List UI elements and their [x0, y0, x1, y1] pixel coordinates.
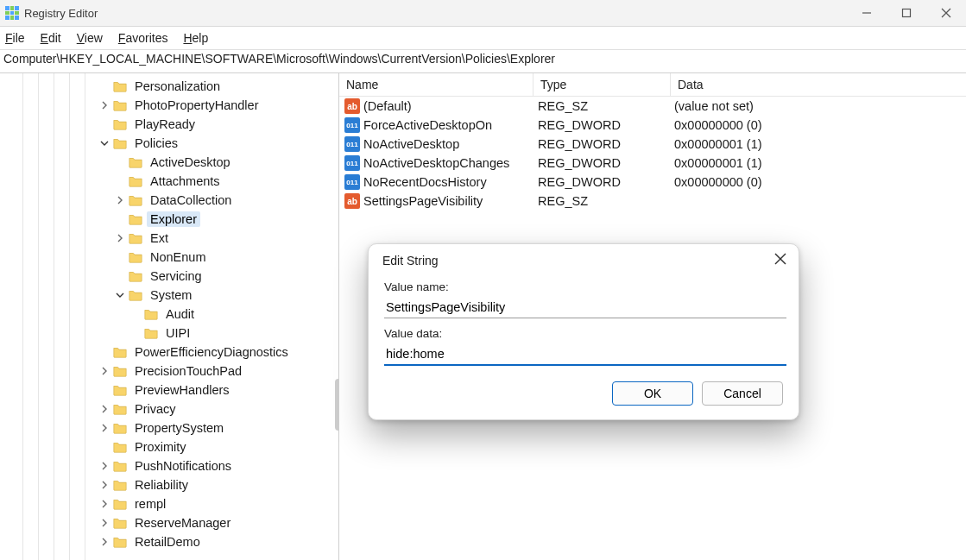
tree-item[interactable]: PlayReady	[0, 115, 338, 134]
tree-item[interactable]: PhotoPropertyHandler	[0, 96, 338, 115]
expander-placeholder	[114, 251, 126, 263]
tree-item-label: Proximity	[131, 439, 190, 455]
expander-placeholder	[114, 175, 126, 187]
folder-icon	[112, 116, 128, 132]
tree-item[interactable]: Explorer	[0, 210, 338, 229]
tree-item[interactable]: PrecisionTouchPad	[0, 362, 338, 381]
reg-dword-icon: 011	[344, 136, 360, 152]
tree-item[interactable]: Privacy	[0, 400, 338, 418]
tree-item-label: PowerEfficiencyDiagnostics	[131, 344, 292, 360]
menu-edit[interactable]: Edit	[41, 31, 61, 45]
value-row[interactable]: 011ForceActiveDesktopOnREG_DWORD0x000000…	[339, 116, 966, 135]
folder-icon	[112, 382, 128, 398]
ok-button[interactable]: OK	[612, 381, 693, 406]
chevron-right-icon[interactable]	[98, 498, 110, 510]
tree-item[interactable]: PreviewHandlers	[0, 381, 338, 400]
expander-placeholder	[98, 118, 110, 130]
maximize-button[interactable]	[887, 0, 926, 26]
value-data-input[interactable]	[384, 343, 786, 366]
value-row[interactable]: ab(Default)REG_SZ(value not set)	[339, 97, 966, 116]
folder-icon	[112, 79, 128, 94]
menubar: File Edit View Favorites Help	[0, 27, 966, 50]
tree-item-label: DataCollection	[147, 192, 235, 208]
tree-item[interactable]: RetailDemo	[0, 532, 338, 551]
tree-item[interactable]: Proximity	[0, 437, 338, 456]
chevron-right-icon[interactable]	[98, 403, 110, 415]
close-button[interactable]	[926, 0, 966, 26]
folder-icon	[112, 515, 128, 531]
tree-item[interactable]: PropertySystem	[0, 418, 338, 437]
menu-help[interactable]: Help	[183, 31, 208, 45]
minimize-button[interactable]	[847, 0, 887, 26]
tree-item[interactable]: UIPI	[0, 324, 338, 343]
value-name: ForceActiveDesktopOn	[363, 118, 492, 132]
window-controls	[847, 0, 966, 26]
expander-placeholder	[98, 384, 110, 396]
menu-file[interactable]: File	[5, 31, 25, 45]
tree-item-label: PrecisionTouchPad	[131, 363, 245, 379]
tree-item[interactable]: Personalization	[0, 77, 338, 96]
reg-dword-icon: 011	[344, 117, 360, 133]
column-header-name[interactable]: Name	[339, 73, 534, 96]
tree-item[interactable]: Ext	[0, 229, 338, 248]
reg-dword-icon: 011	[344, 155, 360, 171]
tree-item[interactable]: PushNotifications	[0, 456, 338, 475]
tree-item[interactable]: Policies	[0, 134, 338, 153]
tree-item[interactable]: Reliability	[0, 475, 338, 494]
chevron-right-icon[interactable]	[98, 422, 110, 434]
tree-item[interactable]: Audit	[0, 305, 338, 324]
svg-rect-1	[903, 9, 911, 17]
value-row[interactable]: 011NoActiveDesktopREG_DWORD0x00000001 (1…	[339, 135, 966, 154]
tree-item[interactable]: Servicing	[0, 267, 338, 286]
tree-item-label: Privacy	[131, 401, 180, 417]
chevron-right-icon[interactable]	[98, 460, 110, 472]
value-name: NoRecentDocsHistory	[363, 175, 487, 189]
folder-icon	[112, 420, 128, 436]
value-name: SettingsPageVisibility	[363, 194, 483, 208]
chevron-right-icon[interactable]	[98, 517, 110, 529]
tree-item[interactable]: ActiveDesktop	[0, 153, 338, 172]
chevron-right-icon[interactable]	[98, 536, 110, 548]
folder-icon	[128, 249, 143, 265]
folder-icon	[112, 439, 128, 455]
column-header-data[interactable]: Data	[671, 73, 966, 96]
value-type-cell: REG_DWORD	[531, 156, 667, 170]
chevron-right-icon[interactable]	[98, 365, 110, 377]
tree-item[interactable]: Attachments	[0, 172, 338, 191]
dialog-buttons: OK Cancel	[384, 381, 783, 406]
expander-placeholder	[114, 156, 126, 168]
dialog-close-button[interactable]	[774, 253, 786, 268]
tree-item-label: PropertySystem	[131, 420, 227, 436]
address-bar[interactable]: Computer\HKEY_LOCAL_MACHINE\SOFTWARE\Mic…	[0, 50, 966, 73]
tree-item[interactable]: PowerEfficiencyDiagnostics	[0, 343, 338, 362]
tree-item-label: Personalization	[131, 79, 224, 94]
chevron-right-icon[interactable]	[98, 99, 110, 111]
folder-icon	[112, 477, 128, 493]
chevron-down-icon[interactable]	[98, 137, 110, 149]
chevron-right-icon[interactable]	[98, 479, 110, 491]
tree-item[interactable]: NonEnum	[0, 248, 338, 267]
tree-pane[interactable]: PersonalizationPhotoPropertyHandlerPlayR…	[0, 73, 339, 560]
value-name-cell: 011NoRecentDocsHistory	[339, 174, 531, 190]
dialog-titlebar: Edit String	[369, 244, 799, 272]
value-name-input[interactable]	[384, 297, 786, 318]
chevron-right-icon[interactable]	[114, 194, 126, 206]
tree-item-label: PlayReady	[131, 116, 199, 132]
menu-favorites[interactable]: Favorites	[118, 31, 168, 45]
tree-item-label: RetailDemo	[131, 534, 204, 550]
tree-item[interactable]: System	[0, 286, 338, 305]
chevron-right-icon[interactable]	[114, 232, 126, 244]
folder-icon	[112, 98, 128, 113]
tree-item[interactable]: DataCollection	[0, 191, 338, 210]
value-row[interactable]: abSettingsPageVisibilityREG_SZ	[339, 192, 966, 211]
value-row[interactable]: 011NoRecentDocsHistoryREG_DWORD0x0000000…	[339, 173, 966, 192]
tree-item[interactable]: ReserveManager	[0, 513, 338, 532]
cancel-button[interactable]: Cancel	[702, 381, 783, 406]
chevron-down-icon[interactable]	[114, 289, 126, 301]
folder-icon	[143, 306, 159, 322]
value-row[interactable]: 011NoActiveDesktopChangesREG_DWORD0x0000…	[339, 154, 966, 173]
column-header-type[interactable]: Type	[534, 73, 671, 96]
tree-item-label: Attachments	[147, 173, 224, 189]
menu-view[interactable]: View	[77, 31, 103, 45]
tree-item[interactable]: rempl	[0, 494, 338, 513]
